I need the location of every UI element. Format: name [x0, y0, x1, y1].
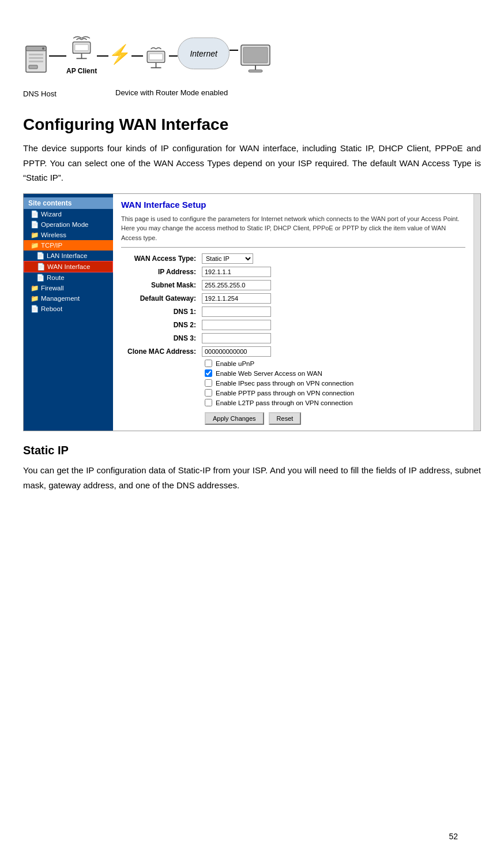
dns2-label: DNS 2: — [121, 321, 202, 329]
dns2-input[interactable] — [202, 320, 271, 330]
dns-host-label: DNS Host — [23, 89, 57, 98]
section1-paragraph: The device supports four kinds of IP con… — [23, 141, 481, 185]
checkbox5-row: Enable L2TP pass through on VPN connecti… — [121, 399, 465, 406]
access-type-row: WAN Access Type: Static IP DHCP Client P… — [121, 253, 465, 264]
subnet-mask-input[interactable] — [202, 280, 271, 290]
pptp-label: Enable PPTP pass through on VPN connecti… — [216, 390, 354, 397]
svg-rect-19 — [249, 70, 262, 72]
sidebar: Site contents 📄 Wizard 📄 Operation Mode … — [24, 194, 113, 431]
internet-label: Internet — [190, 49, 217, 58]
sidebar-title: Site contents — [24, 197, 113, 209]
ipsec-checkbox[interactable] — [205, 379, 212, 387]
lightning-icon: ⚡ — [108, 45, 131, 63]
wan-form: WAN Access Type: Static IP DHCP Client P… — [121, 253, 465, 425]
sidebar-item-wizard[interactable]: 📄 Wizard — [24, 209, 113, 219]
section2-paragraph: You can get the IP configuration data of… — [23, 463, 481, 492]
clone-mac-label: Clone MAC Address: — [121, 347, 202, 356]
section2-title: Static IP — [23, 444, 481, 457]
gateway-label: Default Gateway: — [121, 294, 202, 302]
sidebar-item-operation-mode[interactable]: 📄 Operation Mode — [24, 219, 113, 230]
subnet-mask-row: Subnet Mask: — [121, 280, 465, 290]
sidebar-item-wan[interactable]: 📄 WAN Interface — [24, 261, 113, 272]
reset-button[interactable]: Reset — [269, 412, 302, 425]
tcpip-icon: 📁 — [31, 241, 39, 249]
subnet-mask-label: Subnet Mask: — [121, 281, 202, 289]
firewall-icon: 📁 — [31, 284, 39, 292]
computer-icon — [238, 43, 273, 75]
clone-mac-row: Clone MAC Address: — [121, 346, 465, 357]
dns2-row: DNS 2: — [121, 320, 465, 330]
dns1-input[interactable] — [202, 307, 271, 317]
dns3-row: DNS 3: — [121, 333, 465, 343]
webserver-label: Enable Web Server Access on WAN — [216, 370, 322, 377]
webserver-checkbox[interactable] — [205, 369, 212, 377]
ip-address-row: IP Address: — [121, 267, 465, 277]
access-type-label: WAN Access Type: — [121, 255, 202, 263]
apply-button[interactable]: Apply Changes — [205, 412, 264, 425]
button-row: Apply Changes Reset — [121, 412, 465, 425]
wan-setup-title: WAN Interface Setup — [121, 200, 465, 210]
ip-address-label: IP Address: — [121, 268, 202, 276]
ap-client-label: AP Client — [66, 67, 97, 75]
svg-rect-5 — [29, 61, 43, 62]
svg-rect-4 — [29, 57, 43, 59]
gateway-input[interactable] — [202, 293, 271, 304]
section1-title: Configuring WAN Interface — [23, 115, 481, 134]
dns1-row: DNS 1: — [121, 307, 465, 317]
dns1-label: DNS 1: — [121, 308, 202, 316]
sidebar-item-wireless[interactable]: 📁 Wireless — [24, 230, 113, 240]
svg-rect-3 — [29, 54, 43, 55]
checkbox4-row: Enable PPTP pass through on VPN connecti… — [121, 389, 465, 397]
screenshot-frame: Site contents 📄 Wizard 📄 Operation Mode … — [23, 193, 481, 432]
upnp-label: Enable uPnP — [216, 360, 254, 367]
sidebar-item-reboot[interactable]: 📄 Reboot — [24, 304, 113, 314]
reboot-icon: 📄 — [31, 305, 39, 313]
checkbox1-row: Enable uPnP — [121, 360, 465, 367]
connector-line-2 — [97, 55, 108, 57]
sidebar-item-tcpip[interactable]: 📁 TCP/IP — [24, 240, 113, 251]
management-icon: 📁 — [31, 294, 39, 302]
upnp-checkbox[interactable] — [205, 360, 212, 367]
wan-description: This page is used to configure the param… — [121, 214, 465, 248]
ip-address-input[interactable] — [202, 267, 271, 277]
wizard-icon: 📄 — [31, 210, 39, 218]
wan-icon: 📄 — [37, 263, 45, 271]
page-number: 52 — [449, 832, 458, 841]
connector-line-3 — [131, 55, 143, 57]
svg-rect-8 — [75, 44, 88, 51]
connector-line-5 — [230, 50, 238, 51]
svg-rect-6 — [29, 65, 37, 69]
checkbox3-row: Enable IPsec pass through on VPN connect… — [121, 379, 465, 387]
lan-icon: 📄 — [36, 252, 44, 260]
dns3-label: DNS 3: — [121, 334, 202, 342]
svg-rect-13 — [149, 54, 163, 60]
device-caption: Device with Router Mode enabled — [115, 88, 228, 97]
sidebar-item-route[interactable]: 📄 Route — [24, 272, 113, 283]
route-icon: 📄 — [36, 274, 44, 282]
connector-line-1 — [49, 55, 66, 57]
opmode-icon: 📄 — [31, 220, 39, 229]
wireless-icon: 📁 — [31, 231, 39, 239]
sidebar-item-firewall[interactable]: 📁 Firewall — [24, 283, 113, 293]
connector-line-4 — [169, 55, 178, 57]
svg-point-2 — [42, 47, 44, 50]
l2tp-label: Enable L2TP pass through on VPN connecti… — [216, 399, 353, 406]
ap-client-icon: AP Client — [66, 34, 97, 75]
main-content-area: WAN Interface Setup This page is used to… — [113, 194, 473, 431]
server-icon — [23, 43, 49, 75]
access-type-select[interactable]: Static IP DHCP Client PPPoE PPTP — [202, 253, 253, 264]
pptp-checkbox[interactable] — [205, 389, 212, 397]
l2tp-checkbox[interactable] — [205, 399, 212, 406]
wan-device-icon — [143, 43, 169, 75]
scrollbar[interactable] — [473, 194, 480, 431]
clone-mac-input[interactable] — [202, 346, 271, 357]
sidebar-item-management[interactable]: 📁 Management — [24, 293, 113, 304]
sidebar-item-lan[interactable]: 📄 LAN Interface — [24, 251, 113, 261]
svg-rect-17 — [243, 47, 268, 63]
ipsec-label: Enable IPsec pass through on VPN connect… — [216, 380, 353, 387]
gateway-row: Default Gateway: — [121, 293, 465, 304]
internet-cloud: Internet — [178, 38, 230, 69]
checkbox2-row: Enable Web Server Access on WAN — [121, 369, 465, 377]
dns3-input[interactable] — [202, 333, 271, 343]
